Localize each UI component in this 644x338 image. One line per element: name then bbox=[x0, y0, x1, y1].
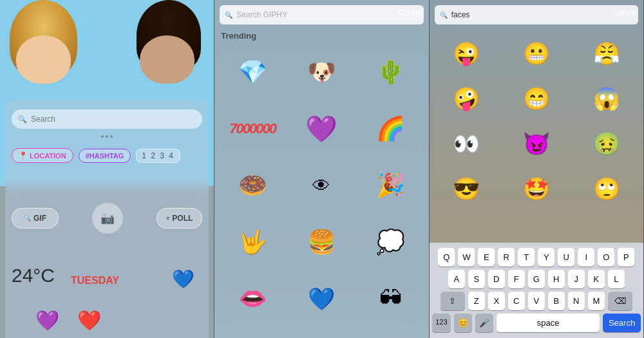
key-Q[interactable]: Q bbox=[438, 248, 455, 267]
sticker-thought-bubble[interactable]: 💭 bbox=[359, 216, 422, 268]
face-sticker-9[interactable]: 🤢 bbox=[573, 122, 640, 164]
poll-button[interactable]: ≡ POLL bbox=[156, 208, 202, 229]
key-Y[interactable]: Y bbox=[538, 248, 554, 267]
panel-sticker-picker: 🔍 Search 📍 LOCATION #HASHTAG 1 2 3 4 🔍 G… bbox=[0, 0, 214, 338]
day-display: TUESDAY bbox=[71, 275, 119, 286]
sticker-eyes-lashes[interactable]: 👁 bbox=[290, 160, 354, 211]
sticker-sunglasses[interactable]: 🕶 bbox=[359, 273, 422, 324]
panel-giphy: 🔍 Search GIPHY Cancel Trending 💎 🐶 🌵 700… bbox=[214, 0, 429, 338]
key-M[interactable]: M bbox=[588, 292, 605, 310]
hashtag-sticker-btn[interactable]: #HASHTAG bbox=[79, 149, 131, 163]
key-S[interactable]: S bbox=[468, 270, 485, 288]
face-sticker-4[interactable]: 🤪 bbox=[433, 77, 500, 119]
mic-key[interactable]: 🎤 bbox=[475, 314, 493, 332]
search-icon: 🔍 bbox=[440, 12, 448, 19]
face-sticker-1[interactable]: 😜 bbox=[433, 32, 500, 74]
keyboard-bottom-row: 123 😊 🎤 space Search bbox=[432, 314, 641, 332]
key-Z[interactable]: Z bbox=[468, 292, 485, 310]
numbers-key[interactable]: 123 bbox=[432, 314, 451, 332]
action-buttons-row: 🔍 GIF 📷 ≡ POLL bbox=[12, 203, 202, 234]
backspace-key[interactable]: ⌫ bbox=[608, 292, 632, 310]
key-H[interactable]: H bbox=[548, 270, 565, 288]
key-G[interactable]: G bbox=[528, 270, 545, 288]
key-E[interactable]: E bbox=[478, 248, 495, 267]
key-T[interactable]: T bbox=[518, 248, 535, 267]
key-O[interactable]: O bbox=[598, 248, 614, 267]
keyboard-row-2: A S D F G H J K L bbox=[432, 270, 641, 288]
key-P[interactable]: P bbox=[618, 248, 634, 267]
face-sticker-10[interactable]: 😎 bbox=[433, 167, 500, 209]
key-X[interactable]: X bbox=[488, 292, 505, 310]
poll-icon: ≡ bbox=[166, 215, 169, 221]
counter-sticker-btn[interactable]: 1 2 3 4 bbox=[136, 149, 180, 163]
key-R[interactable]: R bbox=[498, 248, 515, 267]
key-W[interactable]: W bbox=[458, 248, 475, 267]
dots-indicator bbox=[101, 135, 113, 138]
key-I[interactable]: I bbox=[578, 248, 594, 267]
key-B[interactable]: B bbox=[548, 292, 565, 310]
face-sticker-7[interactable]: 👀 bbox=[433, 122, 500, 164]
location-pin-icon: 📍 bbox=[19, 151, 28, 160]
search-button[interactable]: Search bbox=[603, 314, 641, 332]
sticker-burger[interactable]: 🍔 bbox=[290, 216, 354, 268]
faces-grid: 😜 😬 😤 🤪 😁 😱 👀 😈 🤢 😎 🤩 🙄 bbox=[431, 31, 641, 211]
key-F[interactable]: F bbox=[508, 270, 525, 288]
search-icon: 🔍 bbox=[225, 12, 232, 19]
face-sticker-6[interactable]: 😱 bbox=[573, 77, 640, 119]
camera-button[interactable]: 📷 bbox=[92, 203, 123, 234]
pink-heart-sticker: 💜 bbox=[35, 309, 59, 332]
face-sticker-12[interactable]: 🙄 bbox=[573, 167, 640, 209]
key-D[interactable]: D bbox=[488, 270, 505, 288]
giphy-search-bar[interactable]: 🔍 Search GIPHY bbox=[220, 5, 423, 24]
temperature-display: 24°C bbox=[12, 265, 55, 286]
key-L[interactable]: L bbox=[608, 270, 625, 288]
faces-search-bar[interactable]: 🔍 faces bbox=[435, 5, 638, 24]
panel-faces: 🔍 faces Cancel 😜 😬 😤 🤪 😁 😱 👀 😈 🤢 😎 🤩 🙄 Q… bbox=[430, 0, 644, 338]
location-sticker-btn[interactable]: 📍 LOCATION bbox=[12, 148, 73, 163]
hashtag-label: #HASHTAG bbox=[86, 152, 124, 160]
search-icon: 🔍 bbox=[18, 115, 27, 124]
sticker-hand[interactable]: 🤟 bbox=[220, 216, 284, 268]
sticker-dog[interactable]: 🐶 bbox=[290, 46, 354, 98]
keyboard: Q W E R T Y U I O P A S D F G H J K L ⇧ … bbox=[430, 243, 643, 338]
sticker-donut[interactable]: 🍩 bbox=[220, 160, 284, 211]
search-placeholder: Search bbox=[31, 115, 55, 124]
face-sticker-2[interactable]: 😬 bbox=[503, 32, 570, 74]
sticker-options-row: 📍 LOCATION #HASHTAG 1 2 3 4 bbox=[12, 148, 180, 163]
face-sticker-11[interactable]: 🤩 bbox=[503, 167, 570, 209]
gif-label: GIF bbox=[33, 214, 46, 223]
key-U[interactable]: U bbox=[558, 248, 574, 267]
search-small-icon: 🔍 bbox=[24, 215, 31, 221]
key-C[interactable]: C bbox=[508, 292, 525, 310]
sticker-blue-heart[interactable]: 💙 bbox=[290, 273, 354, 324]
gif-button[interactable]: 🔍 GIF bbox=[12, 208, 59, 229]
red-heart-sticker: ❤️ bbox=[77, 309, 101, 332]
sticker-party-hat[interactable]: 🎉 bbox=[359, 160, 422, 211]
sticker-mouth[interactable]: 👄 bbox=[220, 273, 284, 324]
sticker-7000000[interactable]: 7000000 bbox=[220, 103, 284, 155]
shift-key[interactable]: ⇧ bbox=[440, 292, 465, 310]
key-V[interactable]: V bbox=[528, 292, 545, 310]
p1-search-bar[interactable]: 🔍 Search bbox=[12, 109, 202, 129]
keyboard-row-1: Q W E R T Y U I O P bbox=[432, 248, 641, 267]
poll-label: POLL bbox=[172, 214, 193, 223]
counter-label: 1 2 3 4 bbox=[142, 151, 175, 160]
sticker-cactus[interactable]: 🌵 bbox=[359, 46, 422, 98]
face-sticker-8[interactable]: 😈 bbox=[503, 122, 570, 164]
giphy-search-placeholder: Search GIPHY bbox=[236, 10, 287, 19]
sticker-heart[interactable]: 💜 bbox=[290, 103, 354, 155]
face-sticker-5[interactable]: 😁 bbox=[503, 77, 570, 119]
space-key[interactable]: space bbox=[497, 314, 600, 332]
emoji-key[interactable]: 😊 bbox=[454, 314, 472, 332]
giphy-cancel-button[interactable]: Cancel bbox=[398, 8, 422, 17]
key-J[interactable]: J bbox=[568, 270, 585, 288]
key-N[interactable]: N bbox=[568, 292, 585, 310]
key-A[interactable]: A bbox=[448, 270, 465, 288]
sticker-rainbow[interactable]: 🌈 bbox=[359, 103, 422, 155]
face-sticker-3[interactable]: 😤 bbox=[573, 32, 640, 74]
location-label: LOCATION bbox=[30, 152, 66, 160]
sticker-crystal[interactable]: 💎 bbox=[220, 46, 284, 98]
key-K[interactable]: K bbox=[588, 270, 605, 288]
faces-cancel-button[interactable]: Cancel bbox=[613, 8, 637, 17]
camera-icon: 📷 bbox=[100, 211, 115, 225]
